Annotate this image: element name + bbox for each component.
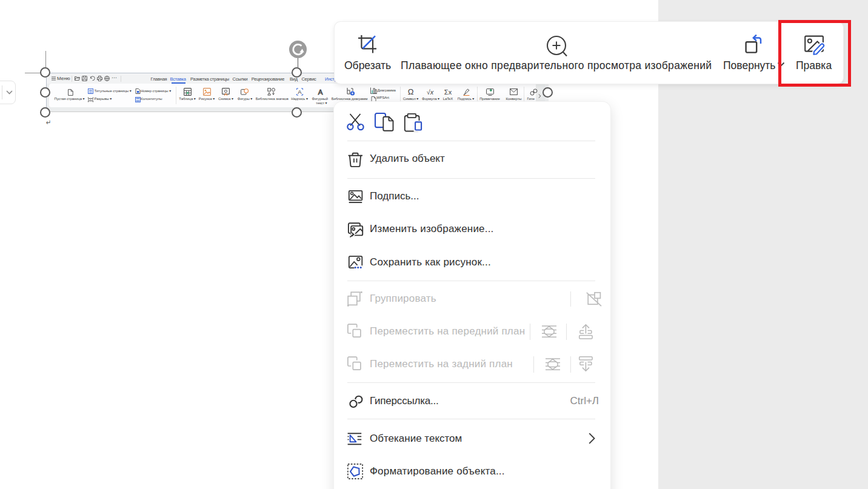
svg-text:А: А <box>298 88 302 95</box>
svg-text:А: А <box>318 88 322 96</box>
